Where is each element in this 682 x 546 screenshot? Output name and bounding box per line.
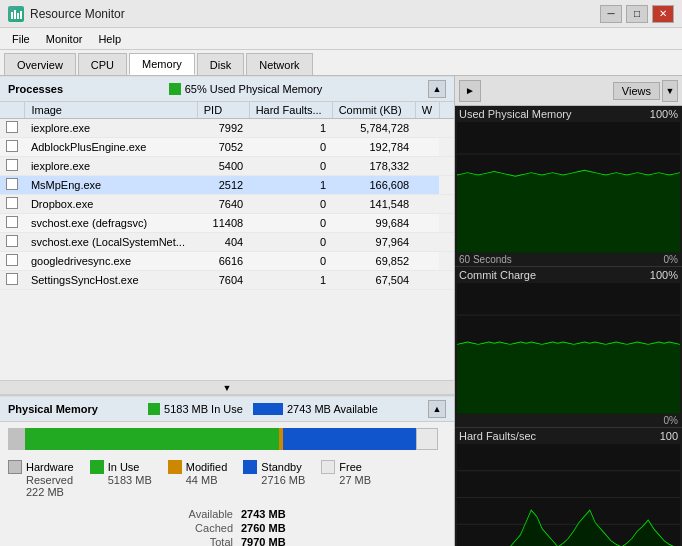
legend-modified: Modified 44 MB [168, 460, 228, 498]
tab-network[interactable]: Network [246, 53, 312, 75]
graph-commit-area [457, 283, 680, 414]
col-w[interactable]: W [415, 102, 439, 119]
row-commit: 166,608 [332, 176, 415, 195]
bar-standby [283, 428, 416, 450]
row-commit: 69,852 [332, 252, 415, 271]
memory-details: Available 2743 MB Cached 2760 MB Total 7… [168, 508, 286, 546]
menu-help[interactable]: Help [90, 31, 129, 47]
checkbox[interactable] [6, 197, 18, 209]
legend-free-box [321, 460, 335, 474]
row-image: iexplore.exe [25, 119, 197, 138]
graph-used-memory-zero: 0% [664, 254, 678, 265]
memory-collapse-btn[interactable]: ▲ [428, 400, 446, 418]
table-row[interactable]: googledrivesync.exe 6616 0 69,852 [0, 252, 454, 271]
row-image: MsMpEng.exe [25, 176, 197, 195]
views-label[interactable]: Views [613, 82, 660, 100]
row-check[interactable] [0, 157, 25, 176]
svg-marker-8 [457, 171, 680, 253]
bar-free [416, 428, 438, 450]
detail-available-label: Available [168, 508, 233, 520]
maximize-button[interactable]: □ [626, 5, 648, 23]
table-row[interactable]: MsMpEng.exe 2512 1 166,608 [0, 176, 454, 195]
table-row[interactable]: SettingsSyncHost.exe 7604 1 67,504 [0, 271, 454, 290]
tab-cpu[interactable]: CPU [78, 53, 127, 75]
close-button[interactable]: ✕ [652, 5, 674, 23]
checkbox[interactable] [6, 235, 18, 247]
row-check[interactable] [0, 252, 25, 271]
detail-total-label: Total [168, 536, 233, 546]
tab-memory[interactable]: Memory [129, 53, 195, 75]
legend-inuse: In Use 5183 MB [90, 460, 152, 498]
row-faults: 0 [249, 214, 332, 233]
graph-used-memory: Used Physical Memory 100% 60 Seconds [455, 106, 682, 267]
col-scroll [439, 102, 454, 119]
col-commit[interactable]: Commit (KB) [332, 102, 415, 119]
row-check[interactable] [0, 138, 25, 157]
row-pid: 11408 [197, 214, 249, 233]
detail-available: Available 2743 MB [168, 508, 286, 520]
checkbox[interactable] [6, 140, 18, 152]
table-row[interactable]: iexplore.exe 5400 0 178,332 [0, 157, 454, 176]
menu-monitor[interactable]: Monitor [38, 31, 91, 47]
checkbox[interactable] [6, 121, 18, 133]
table-row[interactable]: iexplore.exe 7992 1 5,784,728 [0, 119, 454, 138]
legend-inuse-label: In Use [108, 461, 140, 473]
legend-inuse-box [90, 460, 104, 474]
row-check[interactable] [0, 176, 25, 195]
views-dropdown-arrow[interactable]: ▼ [662, 80, 678, 102]
processes-collapse-btn[interactable]: ▲ [428, 80, 446, 98]
row-check[interactable] [0, 119, 25, 138]
graph-used-memory-time: 60 Seconds [459, 254, 512, 265]
checkbox[interactable] [6, 159, 18, 171]
legend-standby-label: Standby [261, 461, 301, 473]
row-commit: 178,332 [332, 157, 415, 176]
row-pid: 5400 [197, 157, 249, 176]
memory-status: 5183 MB In Use 2743 MB Available [148, 403, 378, 415]
legend-free-value: 27 MB [339, 474, 371, 486]
legend-standby-box [243, 460, 257, 474]
nav-back-btn[interactable]: ► [459, 80, 481, 102]
memory-details-spacer [8, 508, 168, 546]
tab-disk[interactable]: Disk [197, 53, 244, 75]
processes-table-container[interactable]: Image PID Hard Faults... Commit (KB) W i… [0, 102, 454, 380]
scroll-down-arrow[interactable]: ▼ [0, 380, 454, 394]
table-row[interactable]: svchost.exe (defragsvc) 11408 0 99,684 [0, 214, 454, 233]
col-pid[interactable]: PID [197, 102, 249, 119]
row-faults: 1 [249, 271, 332, 290]
legend-standby: Standby 2716 MB [243, 460, 305, 498]
processes-table: Image PID Hard Faults... Commit (KB) W i… [0, 102, 454, 290]
svg-rect-1 [14, 10, 16, 19]
row-image: iexplore.exe [25, 157, 197, 176]
row-check[interactable] [0, 271, 25, 290]
menu-file[interactable]: File [4, 31, 38, 47]
table-row[interactable]: Dropbox.exe 7640 0 141,548 [0, 195, 454, 214]
menu-bar: File Monitor Help [0, 28, 682, 50]
row-w [415, 271, 439, 290]
right-header: ► Views ▼ [455, 76, 682, 106]
minimize-button[interactable]: ─ [600, 5, 622, 23]
col-image[interactable]: Image [25, 102, 197, 119]
row-faults: 0 [249, 233, 332, 252]
table-row[interactable]: svchost.exe (LocalSystemNet... 404 0 97,… [0, 233, 454, 252]
row-w [415, 157, 439, 176]
row-check[interactable] [0, 195, 25, 214]
tab-bar: Overview CPU Memory Disk Network [0, 50, 682, 76]
checkbox[interactable] [6, 178, 18, 190]
bar-inuse [25, 428, 279, 450]
row-w [415, 138, 439, 157]
tab-overview[interactable]: Overview [4, 53, 76, 75]
checkbox[interactable] [6, 216, 18, 228]
svg-rect-2 [17, 13, 19, 19]
title-bar-left: Resource Monitor [8, 6, 125, 22]
row-check[interactable] [0, 233, 25, 252]
table-row[interactable]: AdblockPlusEngine.exe 7052 0 192,784 [0, 138, 454, 157]
checkbox[interactable] [6, 254, 18, 266]
detail-cached-value: 2760 MB [241, 522, 286, 534]
checkbox[interactable] [6, 273, 18, 285]
graph-used-memory-titlebar: Used Physical Memory 100% [455, 106, 682, 122]
graph-faults-titlebar: Hard Faults/sec 100 [455, 428, 682, 444]
row-image: svchost.exe (LocalSystemNet... [25, 233, 197, 252]
row-check[interactable] [0, 214, 25, 233]
col-faults[interactable]: Hard Faults... [249, 102, 332, 119]
graph-commit: Commit Charge 100% 0% [455, 267, 682, 428]
